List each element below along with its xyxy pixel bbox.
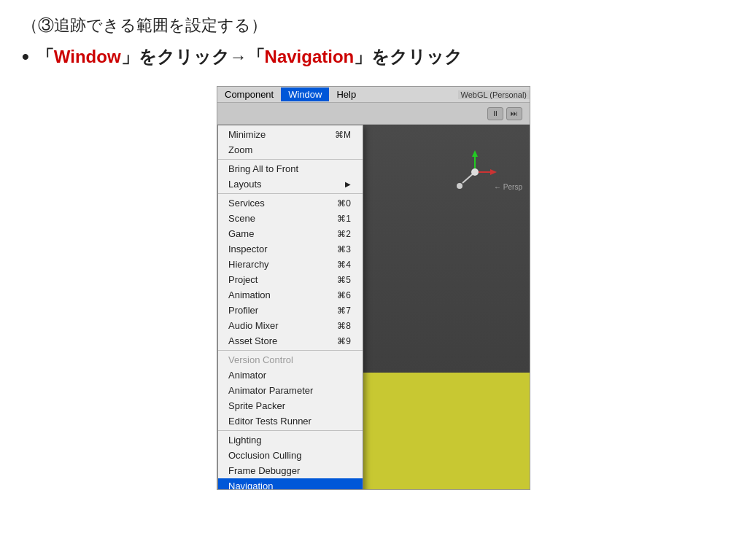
inspector-shortcut: ⌘3 <box>337 244 351 254</box>
services-shortcut: ⌘0 <box>337 198 351 209</box>
unity-screenshot: Component Window Help WebGL (Personal) ⏸… <box>217 86 530 490</box>
layouts-arrow: ▶ <box>345 180 351 188</box>
menu-hierarchy[interactable]: Hierarchy ⌘4 <box>218 257 363 272</box>
step-button[interactable]: ⏭ <box>506 107 522 120</box>
dropdown-menu: Minimize ⌘M Zoom <box>217 125 363 489</box>
asset-store-label: Asset Store <box>228 335 277 346</box>
project-shortcut: ⌘5 <box>337 275 351 285</box>
menu-bring-all[interactable]: Bring All to Front <box>218 161 363 176</box>
asset-store-shortcut: ⌘9 <box>337 336 351 346</box>
frame-debugger-label: Frame Debugger <box>228 465 300 476</box>
audio-mixer-shortcut: ⌘8 <box>337 321 351 331</box>
dropdown-section-2: Bring All to Front Layouts ▶ <box>218 160 363 194</box>
animation-label: Animation <box>228 289 271 300</box>
scene-gizmo <box>449 147 500 201</box>
dropdown-section-4: Version Control Animator Animator Parame… <box>218 351 363 431</box>
menu-bar: Component Window Help WebGL (Personal) <box>217 87 530 103</box>
animation-shortcut: ⌘6 <box>337 290 351 300</box>
profiler-shortcut: ⌘7 <box>337 306 351 316</box>
menu-audio-mixer[interactable]: Audio Mixer ⌘8 <box>218 318 363 333</box>
menu-window[interactable]: Window <box>281 88 329 101</box>
game-shortcut: ⌘2 <box>337 229 351 239</box>
menu-help[interactable]: Help <box>329 88 363 101</box>
menu-sprite-packer[interactable]: Sprite Packer <box>218 398 363 413</box>
animator-label: Animator <box>228 370 266 381</box>
persp-label: ← Persp <box>494 183 522 191</box>
screenshot-wrapper: Component Window Help WebGL (Personal) ⏸… <box>22 86 725 490</box>
webgl-badge: WebGL (Personal) <box>458 90 530 99</box>
dropdown-section-1: Minimize ⌘M Zoom <box>218 125 363 160</box>
page-container: （③追跡できる範囲を設定する） 「Window」をクリック→「Navigatio… <box>0 0 747 505</box>
dropdown-inner: Minimize ⌘M Zoom <box>217 125 363 489</box>
scene-view: ← Persp Minimize ⌘M Zoom <box>217 125 530 489</box>
menu-services[interactable]: Services ⌘0 <box>218 195 363 211</box>
window-label: Window <box>54 47 121 66</box>
project-label: Project <box>228 274 258 285</box>
title-text: （③追跡できる範囲を設定する） <box>22 16 267 34</box>
menu-animator-parameter[interactable]: Animator Parameter <box>218 383 363 398</box>
menu-layouts[interactable]: Layouts ▶ <box>218 176 363 192</box>
animator-parameter-label: Animator Parameter <box>228 385 313 396</box>
minimize-label: Minimize <box>228 129 266 140</box>
services-label: Services <box>228 198 265 209</box>
hierarchy-label: Hierarchy <box>228 259 269 270</box>
hierarchy-shortcut: ⌘4 <box>337 260 351 270</box>
menu-occlusion-culling[interactable]: Occlusion Culling <box>218 448 363 463</box>
menu-animator[interactable]: Animator <box>218 368 363 383</box>
menu-project[interactable]: Project ⌘5 <box>218 272 363 287</box>
layouts-label: Layouts <box>228 179 262 190</box>
content-area: ← Persp Minimize ⌘M Zoom <box>217 125 530 489</box>
menu-inspector[interactable]: Inspector ⌘3 <box>218 241 363 257</box>
menu-component[interactable]: Component <box>217 88 281 101</box>
svg-marker-5 <box>490 169 497 175</box>
dropdown-section-3: Services ⌘0 Scene ⌘1 Game ⌘2 <box>218 194 363 351</box>
lighting-label: Lighting <box>228 435 262 446</box>
menu-minimize[interactable]: Minimize ⌘M <box>218 127 363 142</box>
scene-shortcut: ⌘1 <box>337 214 351 224</box>
version-control-label: Version Control <box>228 354 293 365</box>
pause-button[interactable]: ⏸ <box>487 107 503 120</box>
svg-point-7 <box>457 183 462 189</box>
instruction-line: 「Window」をクリック→「Navigation」をクリック <box>22 45 725 69</box>
editor-tests-runner-label: Editor Tests Runner <box>228 416 311 427</box>
menu-lighting[interactable]: Lighting <box>218 432 363 448</box>
navigation-menu-label: Navigation <box>228 481 273 489</box>
audio-mixer-label: Audio Mixer <box>228 320 279 331</box>
occlusion-culling-label: Occlusion Culling <box>228 450 301 461</box>
dropdown-section-5: Lighting Occlusion Culling Frame Debugge… <box>218 431 363 489</box>
toolbar-right: ⏸ ⏭ <box>487 107 522 120</box>
svg-point-8 <box>471 168 479 176</box>
toolbar-area: ⏸ ⏭ <box>217 103 530 125</box>
menu-profiler[interactable]: Profiler ⌘7 <box>218 303 363 318</box>
menu-frame-debugger[interactable]: Frame Debugger <box>218 463 363 478</box>
profiler-label: Profiler <box>228 305 258 316</box>
sprite-packer-label: Sprite Packer <box>228 400 285 411</box>
zoom-label: Zoom <box>228 144 252 155</box>
menu-editor-tests-runner[interactable]: Editor Tests Runner <box>218 413 363 429</box>
instruction-text: 「Window」をクリック→「Navigation」をクリック <box>36 45 462 69</box>
menu-scene[interactable]: Scene ⌘1 <box>218 211 363 226</box>
menu-zoom[interactable]: Zoom <box>218 142 363 158</box>
title-line: （③追跡できる範囲を設定する） <box>22 15 725 36</box>
menu-game[interactable]: Game ⌘2 <box>218 226 363 241</box>
game-label: Game <box>228 228 254 239</box>
menu-animation[interactable]: Animation ⌘6 <box>218 287 363 303</box>
minimize-shortcut: ⌘M <box>335 130 351 140</box>
navigation-label: Navigation <box>265 47 355 66</box>
menu-navigation[interactable]: Navigation <box>218 478 363 489</box>
menu-asset-store[interactable]: Asset Store ⌘9 <box>218 333 363 349</box>
svg-marker-3 <box>472 150 478 157</box>
menu-version-control: Version Control <box>218 352 363 368</box>
inspector-label: Inspector <box>228 244 267 254</box>
scene-label: Scene <box>228 213 255 224</box>
bring-all-label: Bring All to Front <box>228 163 298 174</box>
